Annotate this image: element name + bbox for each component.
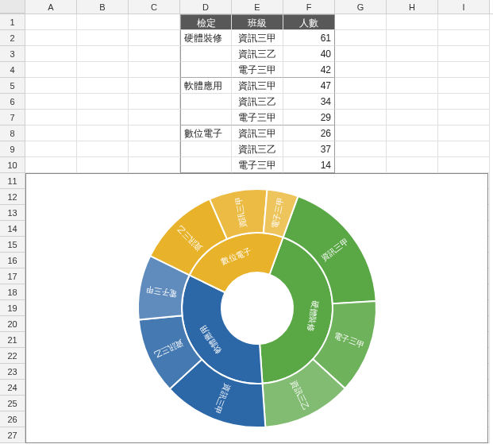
select-all-corner[interactable]	[0, 0, 25, 14]
cell[interactable]	[335, 62, 387, 78]
cell[interactable]	[387, 62, 438, 78]
cell[interactable]	[77, 157, 129, 173]
row-header-2[interactable]: 2	[0, 30, 25, 46]
row-header-20[interactable]: 20	[0, 316, 25, 332]
cell[interactable]	[77, 141, 129, 157]
cell[interactable]	[25, 30, 77, 46]
cell[interactable]	[438, 110, 490, 126]
row-header-22[interactable]: 22	[0, 348, 25, 364]
sunburst-chart[interactable]: 硬體裝修軟體應用數位電子資訊三甲電子三甲資訊三乙資訊三甲資訊三乙電子三甲資訊三乙…	[130, 181, 384, 435]
cell[interactable]	[129, 141, 180, 157]
cell[interactable]	[335, 141, 387, 157]
cell[interactable]	[438, 78, 490, 94]
cell[interactable]	[335, 14, 387, 30]
cell[interactable]	[438, 94, 490, 110]
chart[interactable]: 硬體裝修軟體應用數位電子資訊三甲電子三甲資訊三乙資訊三甲資訊三乙電子三甲資訊三乙…	[25, 173, 488, 443]
cell[interactable]	[438, 62, 490, 78]
cell[interactable]: 數位電子	[180, 126, 232, 141]
row-header-15[interactable]: 15	[0, 237, 25, 253]
cell[interactable]: 人數	[283, 14, 335, 30]
col-header-f[interactable]: F	[283, 0, 335, 14]
cell[interactable]: 班級	[232, 14, 283, 30]
cell[interactable]	[387, 78, 438, 94]
cell[interactable]	[438, 157, 490, 173]
cell[interactable]	[25, 157, 77, 173]
row-header-11[interactable]: 11	[0, 173, 25, 189]
cell[interactable]: 電子三甲	[232, 110, 283, 126]
row-header-12[interactable]: 12	[0, 189, 25, 205]
row-header-17[interactable]: 17	[0, 268, 25, 284]
cell[interactable]	[129, 30, 180, 46]
cell[interactable]	[77, 94, 129, 110]
cell[interactable]	[25, 62, 77, 78]
row-header-9[interactable]: 9	[0, 141, 25, 157]
cell[interactable]: 軟體應用	[180, 78, 232, 94]
row-header-27[interactable]: 27	[0, 427, 25, 443]
cell[interactable]	[180, 62, 232, 78]
cell[interactable]: 資訊三乙	[232, 46, 283, 62]
cell[interactable]	[25, 46, 77, 62]
cell[interactable]	[25, 94, 77, 110]
cell[interactable]	[387, 126, 438, 141]
cell[interactable]	[335, 78, 387, 94]
cell[interactable]	[438, 141, 490, 157]
cell[interactable]	[387, 30, 438, 46]
row-header-5[interactable]: 5	[0, 78, 25, 94]
cell[interactable]: 47	[283, 78, 335, 94]
cell[interactable]	[180, 46, 232, 62]
cell[interactable]	[335, 46, 387, 62]
cell[interactable]	[387, 110, 438, 126]
col-header-h[interactable]: H	[387, 0, 438, 14]
cell[interactable]	[387, 94, 438, 110]
cell[interactable]: 29	[283, 110, 335, 126]
cell[interactable]: 37	[283, 141, 335, 157]
cell[interactable]: 硬體裝修	[180, 30, 232, 46]
row-header-19[interactable]: 19	[0, 300, 25, 316]
cell[interactable]	[335, 110, 387, 126]
cell[interactable]: 26	[283, 126, 335, 141]
cell[interactable]	[77, 62, 129, 78]
cell[interactable]	[335, 94, 387, 110]
cell[interactable]	[25, 126, 77, 141]
cell[interactable]	[387, 157, 438, 173]
row-header-4[interactable]: 4	[0, 62, 25, 78]
cell[interactable]: 資訊三乙	[232, 141, 283, 157]
cell[interactable]: 資訊三甲	[232, 78, 283, 94]
cell[interactable]	[25, 14, 77, 30]
cell[interactable]	[25, 78, 77, 94]
cell[interactable]	[77, 110, 129, 126]
cell[interactable]	[180, 157, 232, 173]
row-header-21[interactable]: 21	[0, 332, 25, 348]
col-header-g[interactable]: G	[335, 0, 387, 14]
cell[interactable]	[387, 46, 438, 62]
cell[interactable]: 電子三甲	[232, 62, 283, 78]
cell[interactable]: 資訊三甲	[232, 126, 283, 141]
row-header-6[interactable]: 6	[0, 94, 25, 110]
row-header-26[interactable]: 26	[0, 411, 25, 427]
col-header-c[interactable]: C	[129, 0, 180, 14]
row-header-18[interactable]: 18	[0, 284, 25, 300]
cell[interactable]: 資訊三甲	[232, 30, 283, 46]
cell[interactable]: 42	[283, 62, 335, 78]
cell[interactable]	[129, 157, 180, 173]
row-header-7[interactable]: 7	[0, 110, 25, 126]
cell[interactable]	[25, 141, 77, 157]
cell[interactable]	[77, 46, 129, 62]
cell[interactable]	[77, 78, 129, 94]
cell[interactable]: 資訊三乙	[232, 94, 283, 110]
row-header-3[interactable]: 3	[0, 46, 25, 62]
cell[interactable]: 電子三甲	[232, 157, 283, 173]
cell[interactable]	[335, 126, 387, 141]
cell[interactable]	[77, 14, 129, 30]
row-header-13[interactable]: 13	[0, 205, 25, 221]
row-header-23[interactable]: 23	[0, 364, 25, 380]
cell[interactable]	[129, 126, 180, 141]
col-header-i[interactable]: I	[438, 0, 490, 14]
cell[interactable]: 檢定	[180, 14, 232, 30]
cell[interactable]	[129, 110, 180, 126]
cell[interactable]	[180, 94, 232, 110]
row-header-14[interactable]: 14	[0, 221, 25, 237]
cell[interactable]	[438, 46, 490, 62]
cell[interactable]	[77, 30, 129, 46]
col-header-e[interactable]: E	[232, 0, 283, 14]
